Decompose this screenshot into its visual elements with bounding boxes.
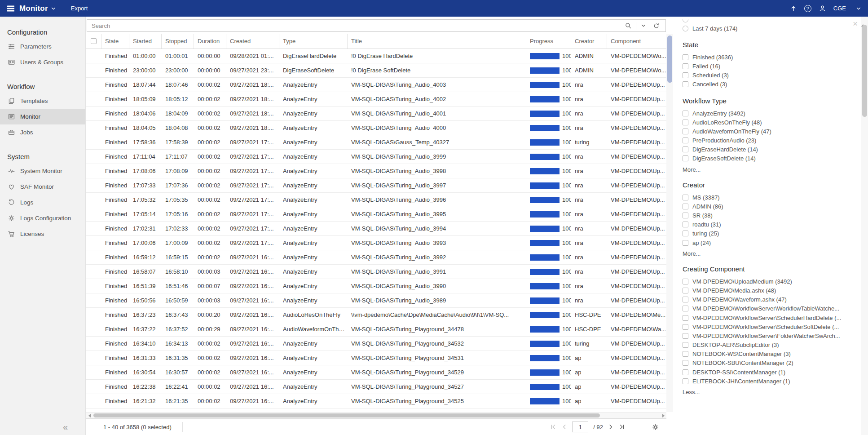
row-checkbox-cell[interactable]	[86, 164, 101, 178]
row-checkbox-cell[interactable]	[86, 279, 101, 293]
filter-option[interactable]: DigEraseHardDelete (14)	[683, 145, 850, 154]
filter-option[interactable]: AnalyzeEntry (3492)	[683, 109, 850, 118]
column-header-started[interactable]: Started	[129, 34, 162, 49]
vertical-scrollbar-thumb[interactable]	[667, 36, 672, 83]
table-row[interactable]: Finished16:59:1216:59:1500:00:0209/27/20…	[86, 250, 666, 265]
filter-option[interactable]: VM-DPEDEMO\WorkflowServer\FolderWatcherS…	[683, 331, 850, 340]
row-checkbox-cell[interactable]	[86, 394, 101, 408]
filter-option[interactable]: Failed (16)	[683, 62, 850, 71]
filter-option[interactable]: MS (3387)	[683, 193, 850, 202]
column-header-creator[interactable]: Creator	[571, 34, 607, 49]
row-checkbox-cell[interactable]	[86, 178, 101, 192]
sidebar-item-monitor[interactable]: Monitor	[0, 109, 85, 124]
filter-option[interactable]: ap (24)	[683, 238, 850, 247]
table-row[interactable]: Finished16:30:5416:30:5700:00:0209/27/20…	[86, 365, 666, 380]
table-row[interactable]: Finished16:31:3316:31:3500:00:0209/27/20…	[86, 351, 666, 365]
filter-more-link[interactable]: More...	[683, 250, 850, 257]
table-row[interactable]: Finished16:22:3816:22:4100:00:0209/27/20…	[86, 380, 666, 394]
row-checkbox-cell[interactable]	[86, 150, 101, 164]
previous-page-button[interactable]	[561, 423, 568, 431]
filter-option[interactable]: VM-DPEDEMO\Media.ashx (48)	[683, 286, 850, 295]
table-row[interactable]: Finished17:02:3117:02:3300:00:0209/27/20…	[86, 222, 666, 236]
row-checkbox-cell[interactable]	[86, 135, 101, 149]
upload-icon[interactable]	[790, 5, 797, 12]
sidebar-item-logs-configuration[interactable]: Logs Configuration	[0, 210, 85, 226]
sidebar-item-system-monitor[interactable]: System Monitor	[0, 163, 85, 179]
filter-option[interactable]: ADMIN (86)	[683, 202, 850, 211]
user-icon[interactable]	[819, 4, 826, 12]
filter-option[interactable]: VM-DPEDEMO\WorkflowServer\WorkflowTableW…	[683, 304, 850, 313]
table-row[interactable]: Finished16:51:3916:51:4600:00:0709/27/20…	[86, 279, 666, 293]
filter-option[interactable]: roadtu (31)	[683, 220, 850, 229]
table-row[interactable]: Finished16:50:5616:50:5900:00:0309/27/20…	[86, 293, 666, 308]
table-row[interactable]: Finished16:34:1016:34:1300:00:0209/27/20…	[86, 337, 666, 351]
table-row[interactable]: Finished17:58:3617:58:3900:00:0209/27/20…	[86, 135, 666, 150]
horizontal-scrollbar-thumb[interactable]	[93, 413, 600, 417]
table-row[interactable]: Finished18:04:0618:04:0900:00:0209/27/20…	[86, 107, 666, 121]
row-checkbox-cell[interactable]	[86, 293, 101, 307]
filter-option[interactable]: DESKTOP-SSI\ContentManager (1)	[683, 368, 850, 377]
next-page-button[interactable]	[607, 423, 614, 431]
column-header-component[interactable]: Component	[607, 34, 666, 49]
filter-option[interactable]: Finished (3636)	[683, 53, 850, 62]
page-number-input[interactable]	[572, 422, 588, 432]
close-filter-panel-icon[interactable]: ×	[853, 19, 858, 28]
row-checkbox-cell[interactable]	[86, 337, 101, 351]
row-checkbox-cell[interactable]	[86, 322, 101, 336]
table-row[interactable]: Finished16:37:2316:37:4300:00:2009/27/20…	[86, 308, 666, 322]
filter-option[interactable]: Cancelled (3)	[683, 80, 850, 89]
row-checkbox-cell[interactable]	[86, 265, 101, 279]
filter-option[interactable]: turing (25)	[683, 229, 850, 238]
filter-option[interactable]: AudioWaveformOnTheFly (47)	[683, 127, 850, 136]
filter-option[interactable]: DESKTOP-AER\SubclipEditor (3)	[683, 341, 850, 350]
filter-option[interactable]: PreProductionAudio (23)	[683, 136, 850, 145]
column-header-progress[interactable]: Progress	[526, 34, 571, 49]
table-row[interactable]: Finished16:37:2216:37:5200:00:2909/27/20…	[86, 322, 666, 337]
table-row[interactable]: Finished17:00:0617:00:0900:00:0209/27/20…	[86, 236, 666, 250]
sidebar-item-licenses[interactable]: Licenses	[0, 226, 85, 242]
column-header-state[interactable]: State	[101, 34, 129, 49]
row-checkbox-cell[interactable]	[86, 222, 101, 235]
horizontal-scrollbar[interactable]	[86, 412, 666, 418]
sidebar-item-saf-monitor[interactable]: SAF Monitor	[0, 179, 85, 195]
row-checkbox-cell[interactable]	[86, 107, 101, 120]
row-checkbox-cell[interactable]	[86, 236, 101, 250]
filter-option[interactable]: VM-DPEDEMO\UploadMedium (3492)	[683, 277, 850, 286]
table-row[interactable]: Finished17:07:3317:07:3600:00:0209/27/20…	[86, 178, 666, 193]
row-checkbox-cell[interactable]	[86, 207, 101, 221]
table-row[interactable]: Finished16:58:0716:58:1000:00:0309/27/20…	[86, 265, 666, 279]
filter-option[interactable]: VM-DPEDEMO\Waveform.ashx (47)	[683, 295, 850, 304]
filter-option[interactable]: VM-DPEDEMO\WorkflowServer\SchedulerHardD…	[683, 313, 850, 322]
row-checkbox-cell[interactable]	[86, 250, 101, 264]
table-row[interactable]: Finished01:00:0001:00:0100:00:0009/28/20…	[86, 49, 666, 63]
row-checkbox-cell[interactable]	[86, 78, 101, 92]
table-row[interactable]: Finished17:08:0617:08:0900:00:0209/27/20…	[86, 164, 666, 178]
row-checkbox-cell[interactable]	[86, 49, 101, 63]
row-checkbox-cell[interactable]	[86, 92, 101, 106]
filter-option[interactable]: Scheduled (3)	[683, 71, 850, 80]
date-filter-option[interactable]	[683, 19, 850, 24]
table-row[interactable]: Finished17:05:3217:05:3500:00:0209/27/20…	[86, 193, 666, 207]
column-header-title[interactable]: Title	[348, 34, 526, 49]
row-checkbox-cell[interactable]	[86, 365, 101, 379]
app-title[interactable]: Monitor	[19, 4, 48, 13]
table-row[interactable]: Finished17:11:0417:11:0700:00:0209/27/20…	[86, 150, 666, 164]
filter-panel-scrollbar[interactable]	[861, 17, 868, 435]
table-row[interactable]: Finished18:05:0918:05:1200:00:0209/27/20…	[86, 92, 666, 107]
row-checkbox-cell[interactable]	[86, 193, 101, 207]
row-checkbox-cell[interactable]	[86, 63, 101, 77]
filter-panel-scrollbar-thumb[interactable]	[862, 25, 867, 117]
sidebar-item-jobs[interactable]: Jobs	[0, 124, 85, 140]
date-filter-option[interactable]: Last 7 days (174)	[683, 24, 850, 33]
row-checkbox-cell[interactable]	[86, 380, 101, 394]
filter-less-link[interactable]: Less...	[683, 389, 850, 395]
select-all-checkbox[interactable]	[91, 38, 97, 44]
first-page-button[interactable]	[550, 423, 557, 431]
search-input[interactable]	[92, 22, 621, 29]
filter-option[interactable]: ELITEBOOK-JHI\ContentManager (1)	[683, 377, 850, 386]
sidebar-item-logs[interactable]: Logs	[0, 195, 85, 210]
help-icon[interactable]: ?	[804, 5, 811, 12]
table-row[interactable]: Finished18:07:4418:07:4600:00:0209/27/20…	[86, 78, 666, 92]
app-menu-chevron-down-icon[interactable]	[50, 5, 57, 12]
user-chevron-down-icon[interactable]	[855, 5, 862, 12]
